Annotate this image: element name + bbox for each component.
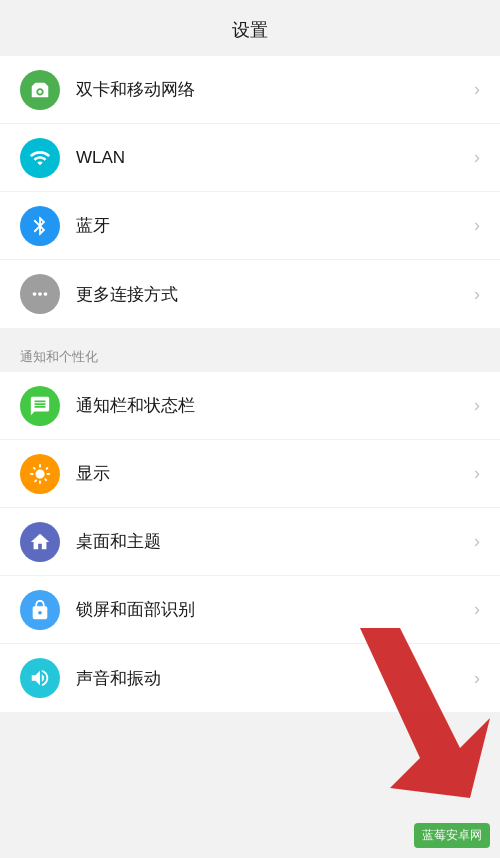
sound-vibration-chevron: ›: [474, 668, 480, 689]
bluetooth-chevron: ›: [474, 215, 480, 236]
wlan-chevron: ›: [474, 147, 480, 168]
lock-screen-icon: [20, 590, 60, 630]
more-connections-icon: [20, 274, 60, 314]
watermark: 蓝莓安卓网: [414, 823, 490, 848]
group-divider: [0, 328, 500, 338]
bluetooth-item[interactable]: 蓝牙 ›: [0, 192, 500, 260]
wlan-label: WLAN: [76, 148, 474, 168]
dual-sim-item[interactable]: 双卡和移动网络 ›: [0, 56, 500, 124]
dual-sim-label: 双卡和移动网络: [76, 78, 474, 101]
notification-bar-chevron: ›: [474, 395, 480, 416]
more-connections-chevron: ›: [474, 284, 480, 305]
notification-bar-icon: [20, 386, 60, 426]
connectivity-group: 双卡和移动网络 › WLAN › 蓝牙 › 更多连接方式 ›: [0, 56, 500, 328]
lock-screen-item[interactable]: 锁屏和面部识别 ›: [0, 576, 500, 644]
desktop-theme-icon: [20, 522, 60, 562]
display-icon: [20, 454, 60, 494]
section-label-notification: 通知和个性化: [0, 338, 500, 372]
sound-vibration-label: 声音和振动: [76, 667, 474, 690]
sound-vibration-icon: [20, 658, 60, 698]
dual-sim-chevron: ›: [474, 79, 480, 100]
bluetooth-icon: [20, 206, 60, 246]
bluetooth-label: 蓝牙: [76, 214, 474, 237]
notification-bar-label: 通知栏和状态栏: [76, 394, 474, 417]
desktop-theme-chevron: ›: [474, 531, 480, 552]
notification-bar-item[interactable]: 通知栏和状态栏 ›: [0, 372, 500, 440]
desktop-theme-item[interactable]: 桌面和主题 ›: [0, 508, 500, 576]
sound-vibration-item[interactable]: 声音和振动 ›: [0, 644, 500, 712]
notification-personal-group: 通知栏和状态栏 › 显示 › 桌面和主题 › 锁屏和面部识别 › 声音和振动 ›: [0, 372, 500, 712]
more-connections-item[interactable]: 更多连接方式 ›: [0, 260, 500, 328]
lock-screen-label: 锁屏和面部识别: [76, 598, 474, 621]
dual-sim-icon: [20, 70, 60, 110]
desktop-theme-label: 桌面和主题: [76, 530, 474, 553]
display-item[interactable]: 显示 ›: [0, 440, 500, 508]
page-title: 设置: [0, 0, 500, 56]
wlan-item[interactable]: WLAN ›: [0, 124, 500, 192]
lock-screen-chevron: ›: [474, 599, 480, 620]
more-connections-label: 更多连接方式: [76, 283, 474, 306]
display-chevron: ›: [474, 463, 480, 484]
wlan-icon: [20, 138, 60, 178]
display-label: 显示: [76, 462, 474, 485]
